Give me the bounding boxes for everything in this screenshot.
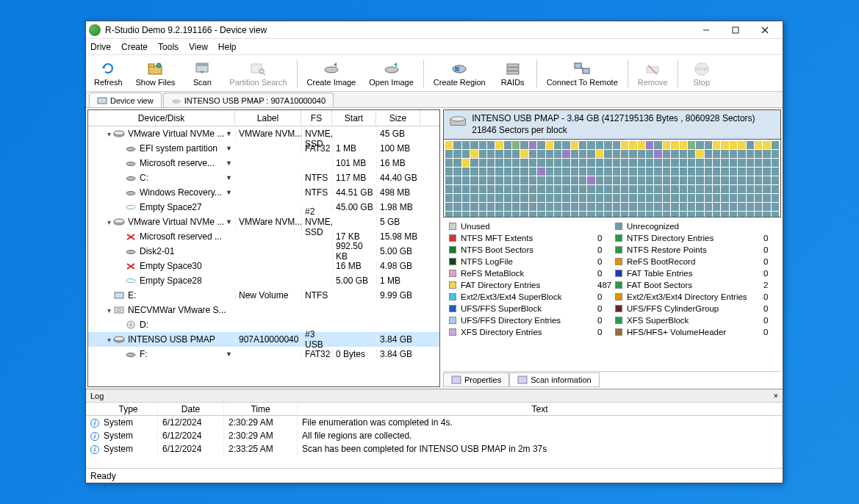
menu-drive[interactable]: Drive bbox=[90, 42, 111, 52]
createimg-button[interactable]: Create Image bbox=[302, 58, 362, 89]
cell-size: 45 GB bbox=[376, 129, 420, 139]
svg-rect-54 bbox=[518, 376, 527, 384]
col-device[interactable]: Device/Disk bbox=[88, 110, 235, 126]
col-size[interactable]: Size bbox=[376, 110, 420, 126]
tree-row[interactable]: E:New VolumeNTFS9.99 GB bbox=[88, 288, 439, 303]
legend-name: UFS/FFS SuperBlock bbox=[461, 304, 593, 313]
tree-row[interactable]: ▾INTENSO USB PMAP907A10000040#3 USB3.84 … bbox=[88, 332, 439, 347]
cell-start: 16 MB bbox=[332, 261, 376, 271]
menu-tools[interactable]: Tools bbox=[158, 42, 179, 52]
refresh-button[interactable]: Refresh bbox=[89, 58, 128, 89]
legend-swatch bbox=[449, 317, 456, 324]
tree-row[interactable]: C:▼NTFS117 MB44.40 GB bbox=[88, 170, 439, 185]
tree-row[interactable]: D: bbox=[88, 317, 439, 332]
tree-row[interactable]: Empty Space2745.00 GB1.98 MB bbox=[88, 200, 439, 215]
maximize-button[interactable] bbox=[721, 22, 750, 38]
log-col-type[interactable]: Type bbox=[99, 404, 158, 414]
legend-item: UFS/FFS SuperBlock0 bbox=[449, 303, 615, 314]
row-name: INTENSO USB PMAP bbox=[128, 334, 215, 345]
openimg-button[interactable]: Open Image bbox=[364, 58, 419, 89]
remove-icon bbox=[643, 60, 662, 76]
legend-item: NTFS Directory Entries0 bbox=[615, 232, 781, 244]
tab-scan-result[interactable]: INTENSO USB PMAP : 907A10000040 bbox=[163, 93, 334, 107]
dropdown-icon[interactable]: ▼ bbox=[226, 350, 232, 358]
legend-swatch bbox=[615, 258, 622, 265]
tree-row[interactable]: ▾VMware Virtual NVMe ...▼VMWare NVM...#1… bbox=[88, 126, 439, 141]
tree-body[interactable]: ▾VMware Virtual NVMe ...▼VMWare NVM...#1… bbox=[88, 126, 439, 386]
tree-row[interactable]: Disk2-01992.50 KB5.00 GB bbox=[88, 244, 439, 259]
scan-button[interactable]: Scan bbox=[183, 58, 221, 89]
showfiles-button[interactable]: Show Files bbox=[131, 58, 181, 89]
cell-fs: #2 NVME, SSD bbox=[301, 206, 332, 237]
svg-rect-19 bbox=[575, 63, 581, 68]
tree-row[interactable]: Empty Space3016 MB4.98 GB bbox=[88, 259, 439, 273]
expander-icon[interactable]: ▾ bbox=[104, 218, 113, 226]
tree-row[interactable]: ▾NECVMWar VMware S... bbox=[88, 303, 439, 317]
dropdown-icon[interactable]: ▼ bbox=[226, 174, 232, 181]
legend-item: ReFS MetaBlock0 bbox=[449, 267, 615, 279]
close-button[interactable] bbox=[750, 22, 780, 38]
application-window: R-Studio Demo 9.2.191166 - Device view D… bbox=[85, 21, 783, 483]
expander-icon[interactable]: ▾ bbox=[104, 336, 113, 344]
legend-name: Unrecognized bbox=[627, 222, 759, 231]
tree-row[interactable]: Empty Space285.00 GB1 MB bbox=[88, 273, 439, 288]
tab-device-view[interactable]: Device view bbox=[89, 93, 162, 107]
svg-rect-17 bbox=[507, 68, 519, 71]
tab-properties[interactable]: Properties bbox=[443, 372, 509, 387]
scan-title: INTENSO USB PMAP - 3.84 GB (4127195136 B… bbox=[472, 113, 774, 136]
col-fs[interactable]: FS bbox=[301, 110, 332, 126]
log-col-text[interactable]: Text bbox=[298, 404, 783, 414]
legend-name: Ext2/Ext3/Ext4 SuperBlock bbox=[461, 292, 593, 301]
tree-row[interactable]: Windows Recovery...▼NTFS44.51 GB498 MB bbox=[88, 185, 439, 200]
svg-rect-1 bbox=[733, 27, 738, 33]
row-name: C: bbox=[140, 173, 148, 183]
cell-size: 15.98 MB bbox=[376, 231, 420, 242]
col-start[interactable]: Start bbox=[332, 110, 376, 126]
tree-row[interactable]: Microsoft reserved ...17 KB15.98 MB bbox=[88, 229, 439, 244]
expander-icon[interactable]: ▾ bbox=[104, 130, 113, 138]
log-col-time[interactable]: Time bbox=[224, 404, 298, 414]
legend-item: XFS Directory Entries0 bbox=[449, 326, 615, 338]
sector-map[interactable] bbox=[443, 140, 781, 217]
minimize-button[interactable] bbox=[691, 22, 721, 38]
cell-size: 16 MB bbox=[376, 158, 420, 168]
svg-rect-20 bbox=[583, 68, 589, 73]
legend-name: ReFS BootRecord bbox=[627, 257, 759, 266]
legend-swatch bbox=[615, 328, 622, 336]
bad-icon bbox=[125, 261, 137, 271]
scan-header: INTENSO USB PMAP - 3.84 GB (4127195136 B… bbox=[443, 109, 781, 140]
region-button[interactable]: Create Region bbox=[428, 58, 491, 89]
dropdown-icon[interactable]: ▼ bbox=[226, 189, 232, 196]
tree-row[interactable]: EFI system partition▼FAT321 MB100 MB bbox=[88, 141, 439, 156]
dropdown-icon[interactable]: ▼ bbox=[226, 130, 232, 137]
log-close-icon[interactable]: × bbox=[773, 391, 778, 400]
cell-size: 100 MB bbox=[376, 143, 420, 154]
dropdown-icon[interactable]: ▼ bbox=[226, 145, 232, 152]
legend-item: Ext2/Ext3/Ext4 Directory Entries0 bbox=[615, 291, 781, 303]
menu-create[interactable]: Create bbox=[121, 42, 148, 52]
menu-help[interactable]: Help bbox=[218, 42, 237, 52]
menu-view[interactable]: View bbox=[189, 42, 208, 52]
log-text: All file regions are collected. bbox=[298, 431, 783, 441]
dropdown-icon[interactable]: ▼ bbox=[226, 218, 232, 226]
device-tree-panel: Device/Disk Label FS Start Size ▾VMware … bbox=[87, 109, 440, 387]
info-icon: i bbox=[90, 445, 99, 454]
log-row[interactable]: iSystem6/12/20242:30:29 AMAll file regio… bbox=[86, 429, 783, 442]
log-col-date[interactable]: Date bbox=[158, 404, 224, 414]
tab-scan-information[interactable]: Scan information bbox=[509, 372, 600, 387]
tree-row[interactable]: Microsoft reserve...▼101 MB16 MB bbox=[88, 156, 439, 170]
log-type: System bbox=[99, 444, 158, 454]
tree-row[interactable]: ▾VMware Virtual NVMe ...▼VMWare NVM...#2… bbox=[88, 215, 439, 229]
remote-button[interactable]: Connect To Remote bbox=[542, 58, 623, 89]
log-row[interactable]: iSystem6/12/20242:30:29 AMFile enumerati… bbox=[86, 416, 783, 429]
expander-icon[interactable]: ▾ bbox=[104, 306, 113, 314]
dropdown-icon[interactable]: ▼ bbox=[226, 159, 232, 167]
svg-line-11 bbox=[263, 73, 265, 75]
log-row[interactable]: iSystem6/12/20242:33:25 AMScan has been … bbox=[86, 442, 783, 456]
raids-button[interactable]: RAIDs bbox=[494, 58, 532, 89]
tree-row[interactable]: F:▼FAT320 Bytes3.84 GB bbox=[88, 347, 439, 361]
svg-point-47 bbox=[130, 324, 132, 325]
legend-value: 487 bbox=[597, 281, 615, 289]
col-label[interactable]: Label bbox=[235, 110, 301, 126]
cell-fs: FAT32 bbox=[301, 349, 332, 359]
